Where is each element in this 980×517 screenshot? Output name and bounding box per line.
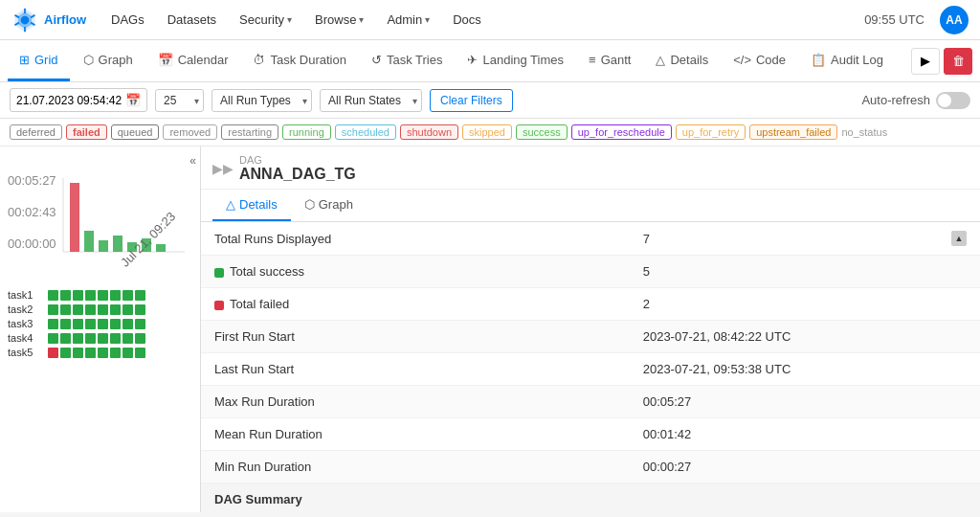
task-cell[interactable] [98,304,108,315]
task-cell[interactable] [98,290,108,301]
task-cell[interactable] [60,319,71,329]
nav-datasets[interactable]: Datasets [158,7,226,33]
task-cell[interactable] [73,333,83,344]
badge-upstream-failed[interactable]: upstream_failed [749,124,837,140]
task-cell[interactable] [110,333,121,344]
success-dot [214,268,224,278]
task-cell[interactable] [122,304,133,315]
duration-chart: 00:05:27 00:02:43 00:00:00 Jul 21, 09:23 [8,173,189,279]
badge-shutdown[interactable]: shutdown [400,124,458,140]
task-cell[interactable] [73,319,83,329]
delete-button[interactable]: 🗑 [944,48,972,75]
task-cell[interactable] [110,348,121,358]
task-cell[interactable] [110,290,121,301]
auto-refresh-toggle[interactable] [936,92,970,109]
task-cell[interactable] [135,333,145,344]
task-cell[interactable] [135,319,145,329]
chart-area: 00:05:27 00:02:43 00:00:00 Jul 21, 09:23 [8,173,192,281]
task-cell[interactable] [98,319,108,329]
badge-scheduled[interactable]: scheduled [335,124,396,140]
tab-code[interactable]: </> Code [722,40,797,81]
task-cell[interactable] [73,348,83,358]
status-bar: deferred failed queued removed restartin… [0,119,980,146]
badge-queued[interactable]: queued [111,124,160,140]
tab-bar: ⊞ Grid ⬡ Graph 📅 Calendar ⏱ Task Duratio… [0,40,980,82]
task-cell[interactable] [48,333,58,344]
task-cell[interactable] [48,348,58,358]
task-cell[interactable] [85,348,96,358]
badge-removed[interactable]: removed [163,124,217,140]
task-cell[interactable] [85,319,96,329]
stats-table: Total Runs Displayed 7 ▲ Total success 5… [201,222,980,512]
inner-tabs: △ Details ⬡ Graph [201,190,980,222]
stat-value: 00:05:27 [630,386,938,418]
table-row: Total Runs Displayed 7 ▲ [201,222,980,256]
task-cell[interactable] [110,304,121,315]
task-cell[interactable] [85,290,96,301]
nav-security[interactable]: Security ▾ [230,7,301,33]
task-cell[interactable] [48,290,58,301]
badge-up-for-reschedule[interactable]: up_for_reschedule [571,124,672,140]
scroll-up-icon[interactable]: ▲ [951,231,967,246]
task-cell[interactable] [73,290,83,301]
nav-admin[interactable]: Admin ▾ [377,7,439,33]
task-cell[interactable] [73,304,83,315]
badge-skipped[interactable]: skipped [462,124,512,140]
inner-tab-graph[interactable]: ⬡ Graph [291,190,367,221]
run-states-select[interactable]: All Run States [320,89,422,112]
task-cell[interactable] [98,348,108,358]
task-cell[interactable] [85,333,96,344]
tab-grid[interactable]: ⊞ Grid [8,40,70,81]
tab-landing-times[interactable]: ✈ Landing Times [456,40,575,81]
badge-running[interactable]: running [282,124,331,140]
badge-deferred[interactable]: deferred [10,124,62,140]
play-button[interactable]: ▶ [911,48,940,75]
task-cell[interactable] [122,333,133,344]
stat-label: Total failed [201,288,630,321]
task-cell[interactable] [60,333,71,344]
task-cell[interactable] [60,304,71,315]
nav-docs[interactable]: Docs [443,7,491,33]
runs-count-select[interactable]: 2550100 [155,89,204,112]
task-cell[interactable] [60,290,71,301]
tab-details[interactable]: △ Details [644,40,720,81]
task-cell[interactable] [122,348,133,358]
nav-dags[interactable]: DAGs [101,7,154,33]
tab-task-tries[interactable]: ↺ Task Tries [360,40,455,81]
task-cell[interactable] [48,304,58,315]
badge-failed[interactable]: failed [66,124,107,140]
tab-gantt[interactable]: ≡ Gantt [577,40,642,81]
tab-calendar[interactable]: 📅 Calendar [146,40,240,81]
tab-task-duration[interactable]: ⏱ Task Duration [241,40,357,81]
tab-audit-log[interactable]: 📋 Audit Log [799,40,895,81]
badge-restarting[interactable]: restarting [221,124,278,140]
task-cell[interactable] [135,290,145,301]
clear-filters-button[interactable]: Clear Filters [430,89,513,112]
nav-logo[interactable]: Airflow [11,7,86,34]
badge-success[interactable]: success [516,124,568,140]
task-cell[interactable] [122,290,133,301]
run-types-select[interactable]: All Run Types [212,89,312,112]
nav-avatar[interactable]: AA [940,6,969,34]
task-cell[interactable] [135,304,145,315]
task-cell[interactable] [110,319,121,329]
collapse-button[interactable]: « [189,154,196,168]
date-filter[interactable]: 📅 [10,88,147,112]
task-cell[interactable] [85,304,96,315]
table-row: Last Run Start 2023-07-21, 09:53:38 UTC [201,353,980,386]
expand-icon[interactable]: ▶▶ [212,161,234,176]
task-cell[interactable] [60,348,71,358]
date-input[interactable] [16,94,122,107]
task-cell[interactable] [122,319,133,329]
tab-graph[interactable]: ⬡ Graph [72,40,145,81]
nav-browse[interactable]: Browse ▾ [305,7,373,33]
task-name-4: task4 [8,332,44,344]
task-cell[interactable] [48,319,58,329]
task-cell[interactable] [98,333,108,344]
inner-tab-details[interactable]: △ Details [212,190,291,221]
badge-up-for-retry[interactable]: up_for_retry [676,124,746,140]
task-cells-2 [48,304,145,315]
tab-audit-log-label: Audit Log [831,53,883,67]
badge-no-status[interactable]: no_status [841,126,887,138]
task-cell[interactable] [135,348,145,358]
